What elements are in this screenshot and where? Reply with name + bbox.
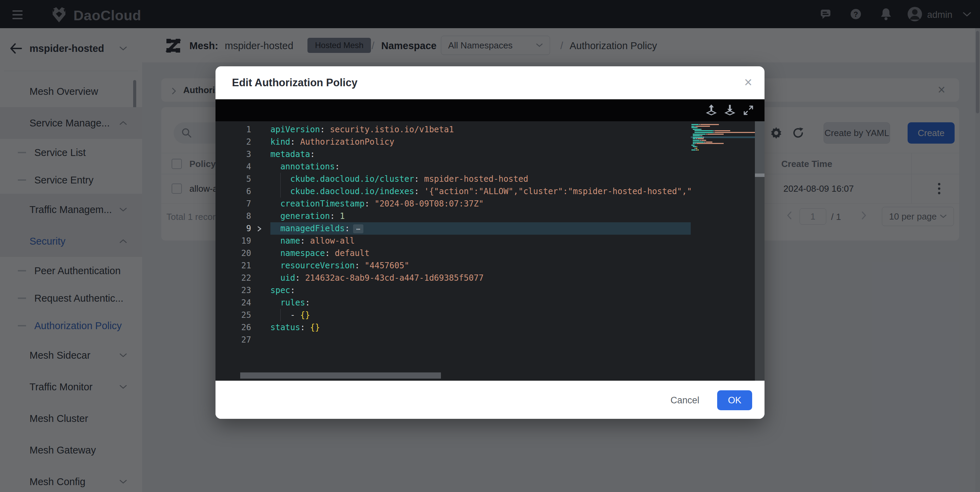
download-yaml-icon[interactable] (724, 104, 736, 117)
code-line-21[interactable]: 21 resourceVersion: "4457605" (215, 259, 691, 272)
line-number: 21 (215, 259, 251, 272)
code-line-9[interactable]: 9 managedFields:⋯ (215, 222, 691, 235)
fold-chevron-icon[interactable] (257, 226, 261, 232)
code-line-23[interactable]: 23spec: (215, 284, 691, 297)
line-number: 8 (215, 210, 251, 222)
fold-column[interactable] (251, 222, 270, 235)
fold-column[interactable] (251, 136, 270, 148)
code-line-5[interactable]: 5 ckube.daocloud.io/cluster: mspider-hos… (215, 173, 691, 185)
editor-vertical-scrollbar-thumb[interactable] (755, 121, 765, 174)
code-line-7[interactable]: 7 creationTimestamp: "2024-08-09T08:07:3… (215, 198, 691, 210)
code-line-6[interactable]: 6 ckube.daocloud.io/indexes: '{"action":… (215, 185, 691, 198)
editor-minimap[interactable] (691, 121, 755, 381)
code-line-22[interactable]: 22 uid: 214632ac-8ab9-43cd-a447-1d69385f… (215, 272, 691, 284)
fold-column[interactable] (251, 160, 270, 173)
fold-column[interactable] (251, 173, 270, 185)
fold-column[interactable] (251, 148, 270, 160)
fullscreen-icon[interactable] (743, 105, 754, 116)
line-number: 1 (215, 123, 251, 136)
fold-column[interactable] (251, 235, 270, 247)
yaml-editor[interactable]: 1apiVersion: security.istio.io/v1beta12k… (215, 121, 765, 381)
line-number: 3 (215, 148, 251, 160)
fold-column[interactable] (251, 123, 270, 136)
code-text[interactable]: spec: (270, 284, 691, 297)
code-text[interactable]: creationTimestamp: "2024-08-09T08:07:37Z… (270, 198, 691, 210)
line-number: 20 (215, 247, 251, 259)
code-text[interactable]: annotations: (270, 160, 691, 173)
code-line-24[interactable]: 24 rules: (215, 297, 691, 309)
line-number: 24 (215, 297, 251, 309)
fold-column[interactable] (251, 198, 270, 210)
upload-yaml-icon[interactable] (705, 104, 718, 117)
line-number: 6 (215, 185, 251, 198)
line-number: 27 (215, 334, 251, 346)
indent-guide (280, 173, 281, 185)
line-number: 9 (215, 222, 251, 235)
line-number: 25 (215, 309, 251, 321)
modal-footer: Cancel OK (215, 381, 765, 419)
fold-column[interactable] (251, 321, 270, 334)
editor-vertical-scrollbar-edge (755, 174, 765, 177)
code-line-4[interactable]: 4 annotations: (215, 160, 691, 173)
code-text[interactable]: ckube.daocloud.io/cluster: mspider-hoste… (270, 173, 691, 185)
code-line-1[interactable]: 1apiVersion: security.istio.io/v1beta1 (215, 123, 691, 136)
code-line-8[interactable]: 8 generation: 1 (215, 210, 691, 222)
fold-column[interactable] (251, 259, 270, 272)
line-number: 7 (215, 198, 251, 210)
line-number: 4 (215, 160, 251, 173)
fold-column[interactable] (251, 309, 270, 321)
fold-column[interactable] (251, 334, 270, 346)
line-number: 5 (215, 173, 251, 185)
fold-column[interactable] (251, 272, 270, 284)
code-text[interactable]: generation: 1 (270, 210, 691, 222)
editor-horizontal-scrollbar-thumb[interactable] (240, 372, 441, 379)
code-line-3[interactable]: 3metadata: (215, 148, 691, 160)
editor-toolbar (215, 99, 765, 121)
fold-column[interactable] (251, 284, 270, 297)
code-text[interactable] (270, 334, 691, 346)
cancel-button[interactable]: Cancel (664, 390, 705, 410)
line-number: 19 (215, 235, 251, 247)
code-text[interactable]: resourceVersion: "4457605" (270, 259, 691, 272)
code-line-2[interactable]: 2kind: AuthorizationPolicy (215, 136, 691, 148)
code-text[interactable]: kind: AuthorizationPolicy (270, 136, 691, 148)
line-number: 23 (215, 284, 251, 297)
editor-vertical-scrollbar[interactable] (755, 121, 765, 381)
code-line-26[interactable]: 26status: {} (215, 321, 691, 334)
code-text[interactable]: status: {} (270, 321, 691, 334)
code-text[interactable]: managedFields:⋯ (270, 222, 691, 235)
fold-column[interactable] (251, 185, 270, 198)
screen: DaoCloud ? admin mspider-hosted (0, 0, 980, 492)
code-text[interactable]: apiVersion: security.istio.io/v1beta1 (270, 123, 691, 136)
code-line-20[interactable]: 20 namespace: default (215, 247, 691, 259)
modal-title: Edit Authorization Policy (232, 66, 358, 99)
fold-column[interactable] (251, 247, 270, 259)
line-number: 26 (215, 321, 251, 334)
line-number: 2 (215, 136, 251, 148)
edit-authorization-policy-modal: Edit Authorization Policy × (215, 66, 765, 419)
editor-code-area[interactable]: 1apiVersion: security.istio.io/v1beta12k… (215, 123, 691, 346)
code-text[interactable]: metadata: (270, 148, 691, 160)
code-text[interactable]: namespace: default (270, 247, 691, 259)
indent-guide (280, 185, 281, 198)
modal-close-icon[interactable]: × (744, 75, 752, 89)
code-text[interactable]: - {} (270, 309, 691, 321)
line-number: 22 (215, 272, 251, 284)
indent-guide (280, 309, 281, 321)
code-text[interactable]: name: allow-all (270, 235, 691, 247)
code-text[interactable]: uid: 214632ac-8ab9-43cd-a447-1d69385f507… (270, 272, 691, 284)
code-text[interactable]: ckube.daocloud.io/indexes: '{"action":"A… (270, 185, 691, 198)
fold-column[interactable] (251, 210, 270, 222)
code-line-19[interactable]: 19 name: allow-all (215, 235, 691, 247)
code-line-27[interactable]: 27 (215, 334, 691, 346)
code-line-25[interactable]: 25 - {} (215, 309, 691, 321)
fold-column[interactable] (251, 297, 270, 309)
ok-button[interactable]: OK (717, 390, 752, 410)
code-text[interactable]: rules: (270, 297, 691, 309)
